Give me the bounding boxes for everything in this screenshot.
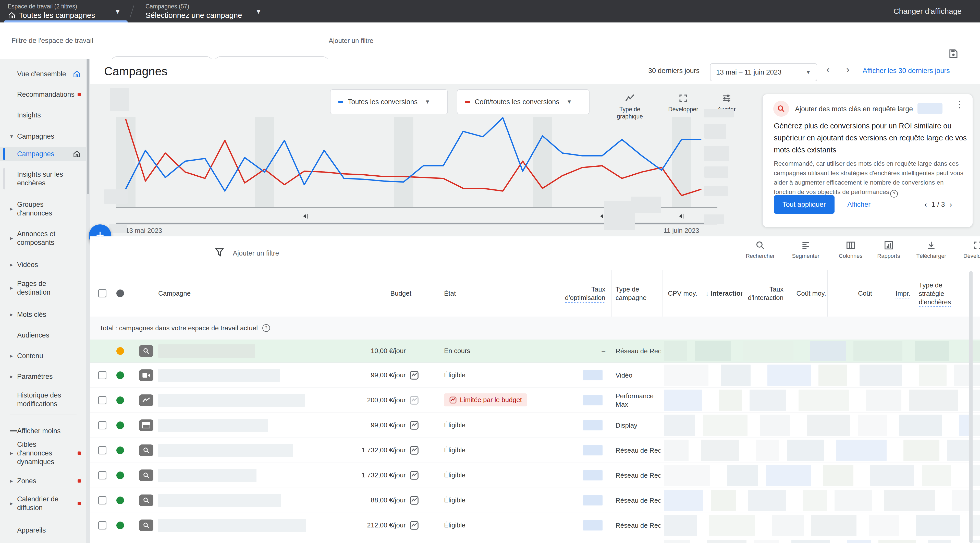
- campaign-status-icon[interactable]: [116, 347, 124, 355]
- help-icon[interactable]: ?: [890, 190, 898, 197]
- sidebar-scrollbar-thumb[interactable]: [87, 59, 89, 194]
- campaign-status-icon[interactable]: [116, 397, 124, 404]
- sidebar-item-insights-sur-les-ench-res[interactable]: Insights sur les enchères: [0, 167, 86, 190]
- more-options-icon[interactable]: ⋮: [955, 102, 964, 107]
- sidebar-item-pages-de-destination[interactable]: ▸Pages de destination: [0, 276, 86, 300]
- date-prev-button[interactable]: ‹: [826, 64, 830, 75]
- table-download-button[interactable]: Télécharger: [912, 240, 950, 260]
- col-state[interactable]: État: [444, 289, 456, 298]
- col-avg-cost[interactable]: Coût moy.: [789, 289, 826, 298]
- budget-report-icon[interactable]: [409, 395, 419, 405]
- show-last-30-days-link[interactable]: Afficher les 30 derniers jours: [862, 67, 950, 75]
- col-impressions[interactable]: Impr.: [878, 289, 910, 298]
- expand-chart-button[interactable]: Développer: [662, 94, 705, 113]
- chevron-down-icon[interactable]: ▼: [255, 8, 262, 16]
- table-row[interactable]: 1 732,00 €/jourÉligibleRéseau de Recherc…: [90, 438, 980, 463]
- col-budget[interactable]: Budget: [360, 289, 411, 298]
- row-checkbox[interactable]: [98, 496, 107, 505]
- chart-annotation-marker[interactable]: [303, 213, 309, 219]
- sidebar-item-mots-cl-s[interactable]: ▸Mots clés: [0, 307, 86, 322]
- campaign-status-icon[interactable]: [116, 522, 124, 529]
- row-checkbox[interactable]: [98, 471, 107, 479]
- sidebar-item-groupes-d-annonces[interactable]: ▸Groupes d'annonces: [0, 197, 86, 221]
- table-row[interactable]: 99,00 €/jourÉligibleVidéo: [90, 363, 980, 388]
- metric-selector-conversions[interactable]: Toutes les conversions ▼: [330, 89, 448, 115]
- row-checkbox[interactable]: [98, 396, 107, 404]
- table-row[interactable]: 1 732,00 €/jourÉligibleRéseau de Recherc…: [90, 463, 980, 488]
- row-checkbox[interactable]: [98, 421, 107, 429]
- select-all-checkbox[interactable]: [98, 289, 107, 298]
- col-opt-score[interactable]: Tauxd'optimisation: [565, 285, 605, 302]
- table-search-button[interactable]: Rechercher: [741, 240, 780, 260]
- campaign-status-icon[interactable]: [116, 497, 124, 504]
- table-row[interactable]: 99,00 €/jourÉligibleDisplay: [90, 413, 980, 438]
- help-icon[interactable]: ?: [262, 324, 270, 332]
- col-campaign-type[interactable]: Type decampagne: [616, 285, 659, 302]
- campaign-status-icon[interactable]: [116, 371, 124, 379]
- pager-next-icon[interactable]: ›: [950, 200, 952, 209]
- col-avg-cpv[interactable]: CPV moy.: [664, 289, 697, 298]
- filter-funnel-icon[interactable]: [215, 247, 224, 257]
- budget-report-icon[interactable]: [409, 420, 419, 430]
- timeseries-chart[interactable]: [116, 117, 718, 207]
- sidebar-item-annonces-et-composants[interactable]: ▸Annonces et composants: [0, 226, 86, 250]
- table-add-filter-button[interactable]: Ajouter un filtre: [233, 236, 279, 270]
- budget-report-icon[interactable]: [409, 370, 419, 380]
- sidebar-item-audiences[interactable]: Audiences: [0, 328, 86, 342]
- sidebar-item-appareils[interactable]: Appareils: [0, 523, 86, 537]
- table-row[interactable]: 563,00 €/jourÉligibleRéseau de Recherche: [90, 538, 980, 543]
- budget-report-icon[interactable]: [409, 446, 419, 455]
- campaign-status-icon[interactable]: [116, 446, 124, 454]
- sidebar-item-vue-d-ensemble[interactable]: Vue d'ensemble: [0, 67, 86, 81]
- sidebar-item-campagnes[interactable]: ▾Campagnes: [0, 129, 86, 143]
- sidebar-item-cibles-d-annonces-dynamiques[interactable]: ▸Cibles d'annonces dynamiques: [0, 441, 86, 465]
- add-filter-button[interactable]: Ajouter un filtre: [329, 22, 373, 59]
- workspace-selector[interactable]: Espace de travail (2 filtres) Toutes les…: [8, 3, 95, 20]
- col-campaign[interactable]: Campagne: [158, 289, 191, 298]
- sidebar-item-campagnes[interactable]: Campagnes: [0, 147, 86, 161]
- budget-report-icon[interactable]: [409, 521, 419, 530]
- table-row[interactable]: 10,00 €/jourEn cours–Réseau de Recherche: [90, 339, 980, 363]
- row-checkbox[interactable]: [98, 446, 107, 454]
- sidebar-item-historique-des-modifications[interactable]: Historique des modifications: [0, 388, 86, 411]
- status-filter-icon[interactable]: [116, 290, 124, 297]
- sidebar-item-recommandations[interactable]: Recommandations: [0, 87, 86, 102]
- table-expand-button[interactable]: Développer: [959, 240, 980, 260]
- table-reports-button[interactable]: Rapports: [870, 240, 908, 260]
- table-columns-button[interactable]: Colonnes: [832, 240, 870, 260]
- col-interaction-rate[interactable]: Tauxd'interaction: [746, 285, 783, 302]
- date-next-button[interactable]: ›: [846, 64, 850, 75]
- metric-selector-cost-per-conversion[interactable]: Coût/toutes les conversions ▼: [457, 89, 590, 115]
- show-recommendation-link[interactable]: Afficher: [847, 195, 870, 214]
- chart-annotation-marker[interactable]: [679, 213, 685, 219]
- table-row[interactable]: 88,00 €/jourÉligibleRéseau de Recherche: [90, 488, 980, 513]
- pager-prev-icon[interactable]: ‹: [924, 200, 927, 209]
- apply-all-button[interactable]: Tout appliquer: [774, 195, 835, 214]
- budget-report-icon[interactable]: [409, 495, 419, 505]
- budget-report-icon[interactable]: [409, 470, 419, 480]
- sidebar-item-insights[interactable]: Insights: [0, 108, 86, 122]
- col-bid-strategy[interactable]: Type destratégied'enchères: [919, 281, 962, 306]
- campaign-status-icon[interactable]: [116, 471, 124, 479]
- col-interactions-sorted[interactable]: ↓ Interactions: [705, 289, 742, 298]
- budget-limited-badge[interactable]: Limitée par le budget: [444, 393, 527, 406]
- sidebar-item-contenu[interactable]: ▸Contenu: [0, 349, 86, 363]
- sidebar-item-calendrier-de-diffusion[interactable]: ▸Calendrier de diffusion: [0, 492, 86, 515]
- col-cost[interactable]: Coût: [835, 289, 872, 298]
- sidebar-item-zones[interactable]: ▸Zones: [0, 474, 86, 488]
- campaign-status-icon[interactable]: [116, 422, 124, 429]
- sidebar-item-param-tres[interactable]: ▸Paramètres: [0, 369, 86, 384]
- row-checkbox[interactable]: [98, 371, 107, 379]
- sidebar-item-afficher-moins[interactable]: Afficher moins: [0, 424, 86, 438]
- table-vertical-scrollbar[interactable]: [969, 271, 973, 543]
- chart-type-button[interactable]: Type de graphique: [608, 94, 652, 120]
- table-segment-button[interactable]: Segmenter: [787, 240, 825, 260]
- chevron-down-icon[interactable]: ▼: [115, 8, 121, 16]
- table-row[interactable]: 200,00 €/jour Limitée par le budgetPerfo…: [90, 388, 980, 413]
- campaign-selector[interactable]: Campagnes (57) Sélectionnez une campagne: [145, 3, 242, 20]
- change-view-button[interactable]: Changer d'affichage: [894, 0, 962, 22]
- sidebar-item-vid-os[interactable]: ▸Vidéos: [0, 258, 86, 272]
- date-range-dropdown[interactable]: 13 mai – 11 juin 2023 ▼: [710, 63, 817, 81]
- table-row[interactable]: 212,00 €/jourÉligibleRéseau de Recherche: [90, 513, 980, 538]
- row-checkbox[interactable]: [98, 521, 107, 529]
